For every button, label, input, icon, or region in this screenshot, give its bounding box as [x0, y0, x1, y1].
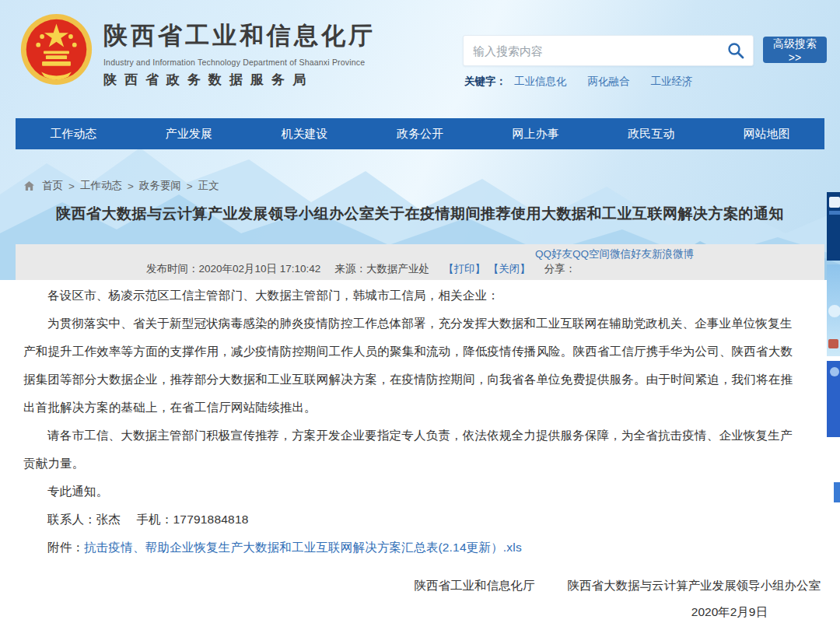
site-title-english: Industry and Information Technology Depa…	[103, 58, 376, 67]
article-body: 各设区市、杨凌示范区工信主管部门、大数据主管部门，韩城市工信局，相关企业： 为贯…	[23, 282, 801, 562]
article-title: 陕西省大数据与云计算产业发展领导小组办公室关于在疫情期间推荐使用大数据和工业互联…	[23, 204, 817, 224]
signature-org2: 陕西省大数据与云计算产业发展领导小组办公室	[568, 579, 821, 592]
search-button[interactable]	[719, 36, 753, 65]
breadcrumb-separator: >	[187, 180, 193, 192]
page: 陕西省工业和信息化厅 Industry and Information Tech…	[0, 0, 840, 623]
nav-item-agency[interactable]: 机关建设	[247, 118, 362, 149]
search-icon	[726, 41, 745, 60]
publish-time: 发布时间：2020年02月10日 17:10:42	[146, 263, 320, 275]
keywords-label: 关键字：	[464, 75, 506, 89]
paragraph-request: 请各市工信、大数据主管部门积极宣传推荐，方案开发企业要指定专人负责，依法依规全力…	[23, 422, 801, 478]
signature-org1: 陕西省工业和信息化厅	[415, 579, 535, 592]
attachment-line: 附件：抗击疫情、帮助企业恢复生产大数据和工业互联网解决方案汇总表(2.14更新）…	[23, 534, 801, 562]
article-source: 来源：大数据产业处	[334, 263, 429, 275]
site-subtitle: 陕西省政务数据服务局	[103, 71, 376, 89]
nav-item-online-service[interactable]: 网上办事	[478, 118, 593, 149]
share-links-row: QQ好友QQ空间微信好友新浪微博	[535, 247, 694, 261]
floating-banner-4[interactable]	[834, 482, 840, 502]
breadcrumb-current: 正文	[198, 179, 219, 193]
contact-line: 联系人：张杰 手机：17791884818	[23, 506, 801, 534]
floating-banner-1[interactable]	[827, 192, 840, 261]
print-button[interactable]: 【打印】	[443, 263, 485, 275]
share-qzone[interactable]: QQ空间	[572, 248, 610, 260]
nav-item-gov-open[interactable]: 政务公开	[362, 118, 478, 149]
signature-date: 2020年2月9日	[415, 599, 821, 623]
national-emblem-logo	[19, 12, 94, 87]
site-title: 陕西省工业和信息化厅	[103, 19, 376, 52]
keywords-row: 关键字： 工业信息化 两化融合 工业经济	[464, 75, 714, 89]
share-wechat[interactable]: 微信好友	[610, 248, 652, 260]
share-qq-friend[interactable]: QQ好友	[535, 248, 572, 260]
attachment-link[interactable]: 抗击疫情、帮助企业恢复生产大数据和工业互联网解决方案汇总表(2.14更新）.xl…	[84, 541, 522, 554]
search-box	[463, 35, 754, 66]
breadcrumb-separator: >	[68, 180, 75, 192]
close-button[interactable]: 【关闭】	[488, 263, 530, 275]
article-meta-row: 发布时间：2020年02月10日 17:10:42来源：大数据产业处【打印】 【…	[146, 262, 576, 276]
nav-item-interaction[interactable]: 政民互动	[593, 118, 709, 149]
home-icon	[23, 180, 35, 191]
breadcrumb-home[interactable]: 首页	[42, 179, 63, 193]
article-meta-bar: QQ好友QQ空间微信好友新浪微博 发布时间：2020年02月10日 17:10:…	[16, 244, 824, 280]
nav-item-work-news[interactable]: 工作动态	[16, 118, 131, 149]
advanced-search-button[interactable]: 高级搜索>>	[763, 37, 827, 63]
paragraph-salutation: 各设区市、杨凌示范区工信主管部门、大数据主管部门，韩城市工信局，相关企业：	[23, 282, 801, 310]
paragraph-main: 为贯彻落实中、省关于新型冠状病毒感染的肺炎疫情防控工作总体部署，充分发挥大数据和…	[23, 310, 801, 422]
nav-item-sitemap[interactable]: 网站地图	[709, 118, 824, 149]
breadcrumb-gov-news[interactable]: 政务要闻	[139, 179, 181, 193]
keyword-link[interactable]: 工业信息化	[514, 75, 567, 89]
share-label: 分享：	[544, 263, 576, 275]
floating-banner-3[interactable]	[827, 361, 840, 437]
nav-item-industry[interactable]: 产业发展	[131, 118, 247, 149]
main-nav: 工作动态 产业发展 机关建设 政务公开 网上办事 政民互动 网站地图	[16, 118, 824, 149]
attachment-label: 附件：	[47, 541, 84, 554]
signature-orgs: 陕西省工业和信息化厅陕西省大数据与云计算产业发展领导小组办公室	[415, 572, 821, 599]
signature-block: 陕西省工业和信息化厅陕西省大数据与云计算产业发展领导小组办公室 2020年2月9…	[415, 572, 821, 623]
breadcrumb: 首页 > 工作动态 > 政务要闻 > 正文	[23, 179, 219, 193]
search-input[interactable]	[464, 36, 719, 65]
keyword-link[interactable]: 工业经济	[651, 75, 693, 89]
breadcrumb-work-news[interactable]: 工作动态	[80, 179, 122, 193]
site-brand: 陕西省工业和信息化厅 Industry and Information Tech…	[103, 19, 376, 89]
share-weibo[interactable]: 新浪微博	[652, 248, 694, 260]
breadcrumb-separator: >	[128, 180, 134, 192]
keyword-link[interactable]: 两化融合	[588, 75, 630, 89]
paragraph-closing: 专此通知。	[23, 478, 801, 506]
floating-banner-2[interactable]	[827, 264, 840, 356]
